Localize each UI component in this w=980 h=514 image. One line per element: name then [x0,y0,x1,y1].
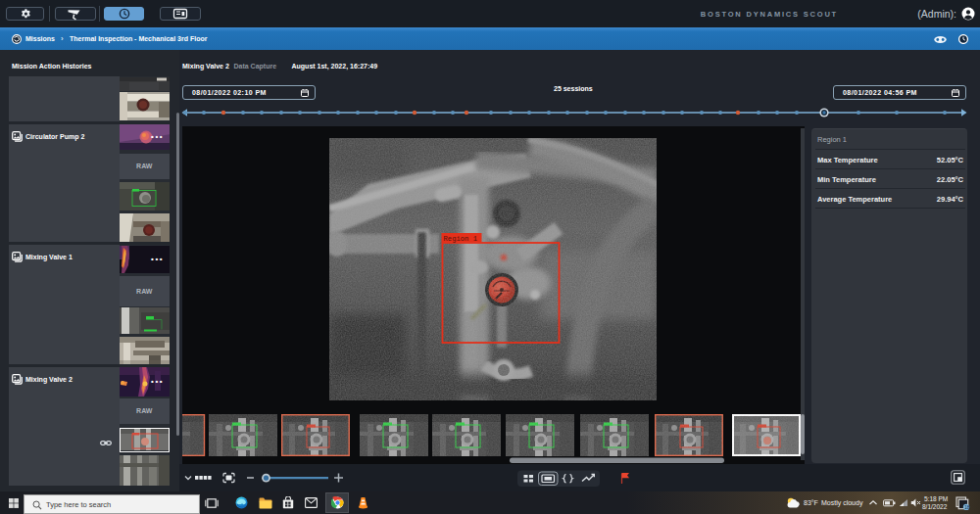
svg-text:Region 1: Region 1 [444,235,478,243]
svg-text:18: 18 [964,505,970,510]
